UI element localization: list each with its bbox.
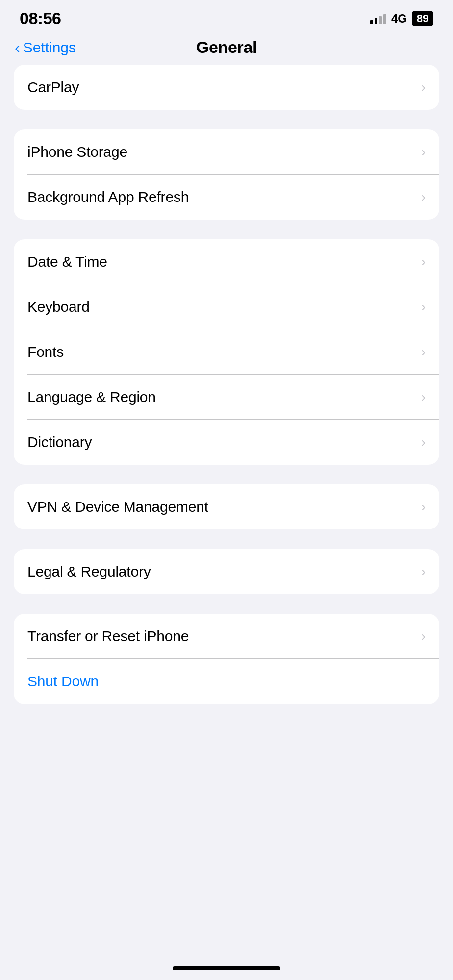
dictionary-row[interactable]: Dictionary › xyxy=(14,420,439,465)
legal-group: Legal & Regulatory › xyxy=(14,549,439,594)
fonts-chevron-icon: › xyxy=(421,344,426,360)
status-time: 08:56 xyxy=(20,9,61,28)
iphone-storage-row[interactable]: iPhone Storage › xyxy=(14,129,439,175)
transfer-reset-label: Transfer or Reset iPhone xyxy=(27,628,189,645)
back-label: Settings xyxy=(23,39,76,56)
keyboard-row[interactable]: Keyboard › xyxy=(14,284,439,329)
storage-group: iPhone Storage › Background App Refresh … xyxy=(14,129,439,220)
carplay-row[interactable]: CarPlay › xyxy=(14,65,439,110)
back-button[interactable]: ‹ Settings xyxy=(15,39,76,56)
iphone-storage-chevron-icon: › xyxy=(421,144,426,160)
dictionary-label: Dictionary xyxy=(27,434,92,451)
status-bar: 08:56 4G 89 xyxy=(0,0,453,33)
carplay-group: CarPlay › xyxy=(14,65,439,110)
carplay-label: CarPlay xyxy=(27,79,79,96)
legal-row[interactable]: Legal & Regulatory › xyxy=(14,549,439,594)
vpn-chevron-icon: › xyxy=(421,499,426,515)
date-time-chevron-icon: › xyxy=(421,254,426,270)
carplay-chevron-icon: › xyxy=(421,79,426,95)
background-app-refresh-label: Background App Refresh xyxy=(27,189,189,205)
keyboard-label: Keyboard xyxy=(27,299,90,315)
date-time-row[interactable]: Date & Time › xyxy=(14,239,439,284)
page-title: General xyxy=(196,38,257,57)
home-indicator xyxy=(173,966,280,970)
language-region-row[interactable]: Language & Region › xyxy=(14,375,439,420)
fonts-row[interactable]: Fonts › xyxy=(14,329,439,375)
status-icons: 4G 89 xyxy=(370,11,433,26)
settings-content: CarPlay › iPhone Storage › Background Ap… xyxy=(0,65,453,704)
nav-bar: ‹ Settings General xyxy=(0,33,453,65)
battery-level: 89 xyxy=(417,12,428,25)
transfer-reset-row[interactable]: Transfer or Reset iPhone › xyxy=(14,614,439,659)
network-type: 4G xyxy=(391,12,407,25)
signal-icon xyxy=(370,13,386,24)
dictionary-chevron-icon: › xyxy=(421,434,426,450)
date-time-label: Date & Time xyxy=(27,253,107,270)
iphone-storage-label: iPhone Storage xyxy=(27,144,127,160)
vpn-label: VPN & Device Management xyxy=(27,499,208,515)
fonts-label: Fonts xyxy=(27,344,64,360)
vpn-group: VPN & Device Management › xyxy=(14,484,439,529)
locale-group: Date & Time › Keyboard › Fonts › Languag… xyxy=(14,239,439,465)
language-region-chevron-icon: › xyxy=(421,389,426,405)
legal-chevron-icon: › xyxy=(421,564,426,579)
reset-group: Transfer or Reset iPhone › Shut Down xyxy=(14,614,439,704)
legal-label: Legal & Regulatory xyxy=(27,563,151,580)
language-region-label: Language & Region xyxy=(27,389,156,405)
back-chevron-icon: ‹ xyxy=(15,40,20,55)
battery-icon: 89 xyxy=(412,11,433,26)
shut-down-label: Shut Down xyxy=(27,673,99,690)
background-app-refresh-row[interactable]: Background App Refresh › xyxy=(14,175,439,220)
background-app-refresh-chevron-icon: › xyxy=(421,189,426,205)
transfer-reset-chevron-icon: › xyxy=(421,628,426,644)
shut-down-row[interactable]: Shut Down xyxy=(14,659,439,704)
vpn-row[interactable]: VPN & Device Management › xyxy=(14,484,439,529)
keyboard-chevron-icon: › xyxy=(421,299,426,315)
